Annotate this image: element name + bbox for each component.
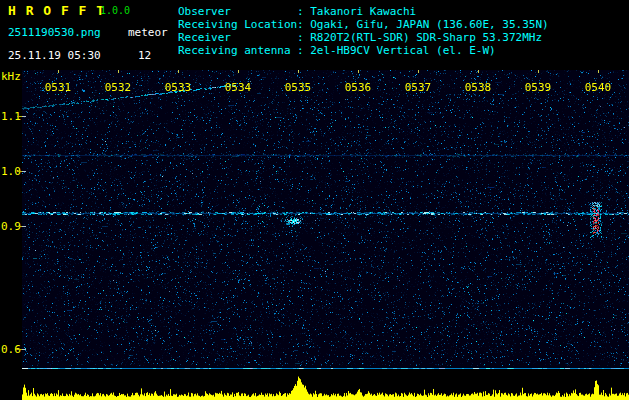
time-label: 0534 <box>223 81 253 94</box>
station-info-row: Receiving Location: Ogaki, Gifu, JAPAN (… <box>178 18 549 31</box>
time-label: 0538 <box>463 81 493 94</box>
station-info-value: : R820T2(RTL-SDR) SDR-Sharp 53.372MHz <box>297 31 542 44</box>
freq-tick <box>17 349 22 350</box>
station-info-label: Receiver <box>178 31 297 44</box>
time-label: 0540 <box>583 81 613 94</box>
app-version: 1.0.0 <box>100 5 130 16</box>
echo-count: 12 <box>138 49 151 62</box>
time-label: 0533 <box>163 81 193 94</box>
station-info-row: Observer: Takanori Kawachi <box>178 5 549 18</box>
station-info-value: : Ogaki, Gifu, JAPAN (136.60E, 35.35N) <box>297 18 549 31</box>
time-label: 0532 <box>103 81 133 94</box>
time-label: 0539 <box>523 81 553 94</box>
station-info: Observer: Takanori KawachiReceiving Loca… <box>178 5 549 57</box>
app-title: H R O F F T <box>8 3 105 18</box>
freq-tick <box>17 116 22 117</box>
freq-tick <box>17 171 22 172</box>
observation-mode: meteor <box>128 26 168 39</box>
time-label: 0535 <box>283 81 313 94</box>
station-info-row: Receiving antenna: 2el-HB9CV Vertical (e… <box>178 44 549 57</box>
output-filename: 2511190530.png <box>8 26 101 39</box>
station-info-label: Receiving Location <box>178 18 297 31</box>
freq-tick <box>17 226 22 227</box>
freq-axis-unit: kHz <box>1 70 21 83</box>
station-info-value: : 2el-HB9CV Vertical (el. E-W) <box>297 44 496 57</box>
station-info-row: Receiver: R820T2(RTL-SDR) SDR-Sharp 53.3… <box>178 31 549 44</box>
station-info-value: : Takanori Kawachi <box>297 5 416 18</box>
time-label: 0531 <box>43 81 73 94</box>
observation-datetime: 25.11.19 05:30 <box>8 49 101 62</box>
hrofft-app: H R O F F T 1.0.0 2511190530.png meteor … <box>0 0 629 400</box>
station-info-label: Observer <box>178 5 297 18</box>
spectrogram-canvas <box>22 70 629 400</box>
station-info-label: Receiving antenna <box>178 44 297 57</box>
time-label: 0536 <box>343 81 373 94</box>
time-label: 0537 <box>403 81 433 94</box>
